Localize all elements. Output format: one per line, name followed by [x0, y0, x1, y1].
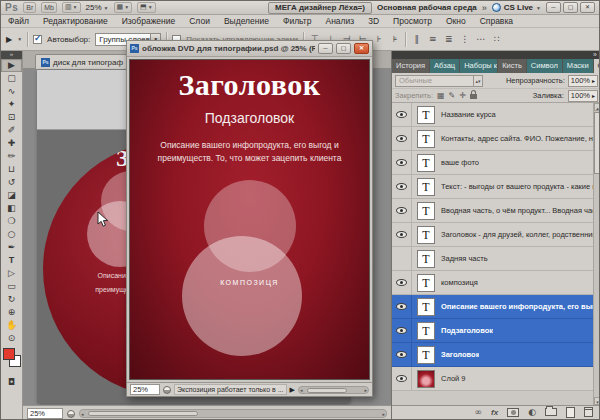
foreground-color-swatch[interactable]	[3, 348, 15, 360]
eraser-tool[interactable]: ◪	[1, 189, 22, 202]
tool-preset-arrow-icon[interactable]: ▼	[17, 36, 22, 42]
dvd-cover-canvas[interactable]: Заголовок Подзаголовок Описание вашего и…	[129, 59, 370, 380]
scroll-left-icon[interactable]: ◂	[300, 387, 303, 393]
lasso-tool[interactable]: ∿	[1, 85, 22, 98]
menu-item-analysis[interactable]: Анализ	[319, 15, 362, 27]
menu-item-window[interactable]: Окно	[439, 15, 473, 27]
layer-row[interactable]: T Текст: - выгоды от вашего продукта - к…	[392, 175, 593, 199]
layer-thumbnail[interactable]: T	[417, 226, 435, 244]
layer-row-hidden[interactable]: T Задняя часть	[392, 247, 593, 271]
visibility-toggle[interactable]	[392, 199, 412, 222]
tab-brush[interactable]: Кисть	[498, 59, 527, 73]
menu-item-view[interactable]: Просмотр	[386, 15, 439, 27]
distribute-icon[interactable]: ⋮	[459, 32, 470, 46]
fill-field[interactable]: 100%▸	[568, 90, 598, 102]
crop-tool[interactable]: ⊡	[1, 111, 22, 124]
blur-tool[interactable]: ❍	[1, 215, 22, 228]
zoom-level-control[interactable]: 25%▼	[86, 3, 109, 12]
scrollbar-thumb[interactable]	[88, 411, 198, 416]
scroll-down-icon[interactable]: ▾	[594, 397, 600, 405]
visibility-toggle[interactable]	[392, 295, 412, 318]
view-extras-icon[interactable]: ▥▼	[62, 2, 81, 13]
shape-tool[interactable]: ▭	[1, 280, 22, 293]
move-tool[interactable]: ▶	[1, 59, 22, 72]
visibility-toggle[interactable]	[392, 151, 412, 174]
visibility-toggle[interactable]	[392, 343, 412, 366]
workspace-button-active[interactable]: МЕГА дизайнер Лёха=)	[268, 2, 372, 14]
blend-mode-dropdown[interactable]: Обычные▴▾	[395, 75, 483, 87]
flyout-arrow-icon[interactable]: ▸	[592, 77, 597, 84]
delete-layer-icon[interactable]	[584, 407, 593, 417]
workspace-button[interactable]: Основная рабочая среда	[377, 3, 477, 12]
minimize-button[interactable]: ─	[318, 43, 333, 54]
history-brush-tool[interactable]: ↺	[1, 176, 22, 189]
layer-thumbnail[interactable]: T	[417, 202, 435, 220]
visibility-toggle[interactable]	[392, 127, 412, 150]
collapse-panels-icon[interactable]: »	[593, 51, 597, 58]
mini-bridge-icon[interactable]: Mb	[41, 2, 57, 13]
layer-thumbnail-image[interactable]	[417, 370, 435, 388]
auto-select-checkbox[interactable]	[33, 35, 42, 44]
tab-history[interactable]: История	[392, 59, 430, 73]
align-center-icon[interactable]: ⊦	[373, 32, 384, 46]
menu-item-file[interactable]: Файл	[1, 15, 36, 27]
pen-tool[interactable]: ✒	[1, 241, 22, 254]
status-zoom-field[interactable]: 25%	[27, 408, 63, 419]
distribute-icon[interactable]: ∥	[411, 32, 422, 46]
visibility-toggle[interactable]	[392, 223, 412, 246]
screen-mode-icon[interactable]: ⬒▼	[137, 2, 156, 13]
layer-effects-icon[interactable]: fx	[491, 408, 498, 417]
minimize-button[interactable]: ─	[546, 2, 561, 13]
tab-masks[interactable]: Маски	[563, 59, 594, 73]
horizontal-scrollbar[interactable]: ◂▸	[79, 409, 387, 418]
visibility-toggle[interactable]	[392, 367, 412, 390]
scroll-right-icon[interactable]: ▸	[364, 387, 367, 393]
close-button[interactable]: ✕	[580, 2, 595, 13]
layer-thumbnail[interactable]: T	[417, 298, 435, 316]
adjustment-layer-icon[interactable]: ◐	[528, 406, 536, 418]
lock-pixels-icon[interactable]: ✎	[449, 89, 456, 102]
3d-rotate-tool[interactable]: ↻	[1, 293, 22, 306]
zoom-tool[interactable]: ⊙	[1, 332, 22, 345]
layer-thumbnail[interactable]: T	[417, 154, 435, 172]
hand-tool[interactable]: ✋	[1, 319, 22, 332]
visibility-toggle[interactable]	[392, 247, 412, 270]
layer-thumbnail[interactable]: T	[417, 274, 435, 292]
layer-row[interactable]: T Контакты, адрес сайта. ФИО. Пожелание,…	[392, 127, 593, 151]
scroll-right-icon[interactable]: ▸	[382, 411, 385, 417]
align-middle-icon[interactable]: ⊧	[389, 32, 400, 46]
visibility-toggle[interactable]	[392, 175, 412, 198]
layer-row[interactable]: T ваше фото	[392, 151, 593, 175]
layer-row[interactable]: T Название курса	[392, 103, 593, 127]
distribute-icon[interactable]: ≡	[427, 32, 438, 46]
maximize-button[interactable]: ▢	[336, 43, 351, 54]
tab-paragraph[interactable]: Абзац	[430, 59, 460, 73]
status-zoom-field[interactable]: 25%	[130, 384, 160, 395]
layer-row[interactable]: T Заголовок - для друзей, коллег, родств…	[392, 223, 593, 247]
new-layer-icon[interactable]	[566, 407, 575, 418]
menu-item-3d[interactable]: 3D	[361, 15, 386, 27]
menu-item-select[interactable]: Выделение	[217, 15, 276, 27]
scrollbar-thumb[interactable]	[594, 112, 600, 174]
menu-item-help[interactable]: Справка	[473, 15, 520, 27]
tools-panel-collapse[interactable]: »	[1, 51, 22, 59]
visibility-toggle[interactable]	[392, 319, 412, 342]
layer-row-selected[interactable]: T Заголовок	[392, 343, 593, 367]
floating-window-titlebar[interactable]: Ps обложка DVD для типографии.psd @ 25% …	[127, 41, 372, 57]
menu-item-layers[interactable]: Слои	[182, 15, 217, 27]
layer-thumbnail[interactable]: T	[417, 250, 435, 268]
gradient-tool[interactable]: ◧	[1, 202, 22, 215]
cs-live-button[interactable]: CS Live▼	[492, 3, 541, 12]
visibility-toggle[interactable]	[392, 271, 412, 294]
layer-thumbnail[interactable]: T	[417, 322, 435, 340]
vertical-scrollbar[interactable]: ▴ ▾	[593, 103, 600, 405]
clone-stamp-tool[interactable]: ⊔	[1, 163, 22, 176]
flyout-arrow-icon[interactable]: ▸	[592, 92, 597, 99]
arrange-documents-icon[interactable]: ▦▼	[114, 2, 133, 13]
horizontal-scrollbar[interactable]: ◂▸	[298, 386, 369, 394]
maximize-button[interactable]: ▢	[563, 2, 578, 13]
marquee-tool[interactable]: ▢	[1, 72, 22, 85]
layer-row[interactable]: T композиця	[392, 271, 593, 295]
healing-brush-tool[interactable]: ✚	[1, 137, 22, 150]
scrollbar-thumb[interactable]	[307, 388, 347, 393]
